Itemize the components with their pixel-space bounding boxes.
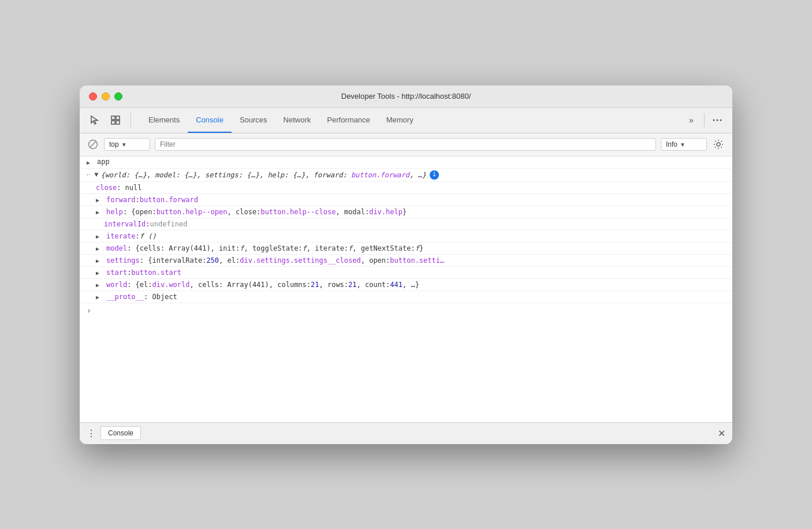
triangle-down-icon[interactable]: ▼ [94,171,98,179]
filter-input[interactable] [155,138,656,151]
prop-settings-btn: button.setti… [390,256,444,264]
prop-iterate-colon: : [136,232,140,240]
tab-bar-right: » [683,112,725,128]
settings-icon[interactable] [712,137,725,151]
prop-help-open: button.help--open [157,208,228,216]
level-select[interactable]: Info ▼ [661,138,707,151]
tab-list: Elements Console Sources Network Perform… [140,108,422,133]
svg-point-5 [717,120,718,121]
prop-model-mid2: , iterate: [307,244,348,252]
prop-iterate-key: iterate [106,232,136,240]
console-row-app: ▶ app [80,157,732,169]
expander-iterate[interactable]: ▶ [96,232,104,240]
prop-settings-key: settings [106,256,140,264]
svg-rect-1 [116,116,120,120]
console-toolbar: top ▼ Info ▼ [80,133,732,157]
block-icon[interactable] [87,138,99,151]
expander-start[interactable]: ▶ [96,269,104,277]
svg-point-6 [720,120,722,121]
bottom-console-tab[interactable]: Console [100,426,141,440]
prop-model-f2: f [303,244,307,252]
tab-sources[interactable]: Sources [232,108,275,133]
object-preview-start: {world: {…}, model: {…}, settings: {…}, … [100,171,351,179]
console-prompt-icon: › [87,307,91,315]
expander-settings[interactable]: ▶ [96,256,104,264]
prop-world-end: , …} [403,281,419,289]
tab-console[interactable]: Console [188,108,232,133]
devtools-toolbar [87,112,131,128]
prop-iterate: ▶ iterate : f () [80,230,732,243]
forward-ref: button.forward [351,171,409,179]
context-dropdown-arrow: ▼ [121,141,127,148]
prop-forward-val: button.forward [140,196,198,204]
bottom-close-button[interactable]: ✕ [718,428,725,439]
context-select[interactable]: top ▼ [104,138,150,151]
prop-start-key: start [106,269,127,277]
expander-forward[interactable]: ▶ [96,196,104,204]
prop-help-key: help [106,208,123,216]
expander-help[interactable]: ▶ [96,208,104,216]
prop-help-colon: : {open: [123,208,157,216]
prop-model-key: model [106,244,127,252]
prop-proto-key: __proto__ [106,293,144,301]
prop-iterate-val: f () [140,232,157,240]
app-label: app [97,158,110,166]
prop-model-f1: f [240,244,244,252]
inspect-icon[interactable] [107,112,124,128]
prop-proto-val: : Object [144,293,177,301]
devtools-window: Developer Tools - http://localhost:8080/ [80,85,732,444]
tab-network[interactable]: Network [275,108,319,133]
prop-world-key: world [106,281,127,289]
prop-help-modal: div.help [369,208,403,216]
separator [704,113,705,127]
prop-intervalid-colon: : [146,220,150,228]
expander-model[interactable]: ▶ [96,244,104,252]
more-tabs-icon[interactable]: » [683,112,699,128]
expander-app[interactable]: ▶ [87,158,95,166]
prop-model-mid: , toggleState: [244,244,302,252]
prop-world-count: 441 [390,281,403,289]
tab-performance[interactable]: Performance [319,108,378,133]
tab-bar: Elements Console Sources Network Perform… [80,108,732,133]
devtools-menu-icon[interactable] [709,112,725,128]
traffic-lights [89,92,122,100]
maximize-button[interactable] [114,92,122,100]
prop-world-colon: : {el: [127,281,152,289]
prop-model-end: , getNextState: [352,244,415,252]
prop-world-rows-label: , rows: [319,281,348,289]
prop-world-el: div.world [152,281,189,289]
prop-settings-colon: : {intervalRate: [140,256,207,264]
expander-proto[interactable]: ▶ [96,293,104,301]
tab-elements[interactable]: Elements [140,108,188,133]
svg-line-8 [90,141,96,148]
close-button[interactable] [89,92,97,100]
prop-settings-num: 250 [206,256,219,264]
tab-memory[interactable]: Memory [378,108,422,133]
prop-world-cols: 21 [311,281,319,289]
console-input-row[interactable]: › [80,303,732,319]
title-bar: Developer Tools - http://localhost:8080/ [80,85,732,108]
prop-settings-mid: , el: [219,256,240,264]
prop-start-val: button.start [131,269,181,277]
prop-world-count-label: , count: [357,281,390,289]
console-row-object: ← ▼ {world: {…}, model: {…}, settings: {… [80,169,732,182]
prop-close-key: close [96,184,117,192]
prop-settings-open: , open: [361,256,390,264]
prop-start-colon: : [127,269,131,277]
prop-world-mid: , cells: Array(441), columns: [190,281,311,289]
prop-help-end: , modal: [336,208,369,216]
expander-world[interactable]: ▶ [96,281,104,289]
prop-help-close: button.help--close [260,208,336,216]
prop-proto: ▶ __proto__ : Object [80,291,732,303]
bottom-panel-menu[interactable]: ⋮ [87,428,96,439]
cursor-icon[interactable] [87,112,103,128]
prop-intervalid: intervalId : undefined [80,218,732,230]
info-badge[interactable]: i [430,170,439,180]
prop-settings: ▶ settings : {intervalRate: 250 , el: di… [80,255,732,267]
console-content: ▶ app ← ▼ {world: {…}, model: {…}, setti… [80,157,732,422]
svg-point-4 [713,120,715,121]
prop-world: ▶ world : {el: div.world , cells: Array(… [80,279,732,291]
svg-rect-3 [116,121,120,124]
svg-point-9 [717,143,720,146]
minimize-button[interactable] [102,92,110,100]
